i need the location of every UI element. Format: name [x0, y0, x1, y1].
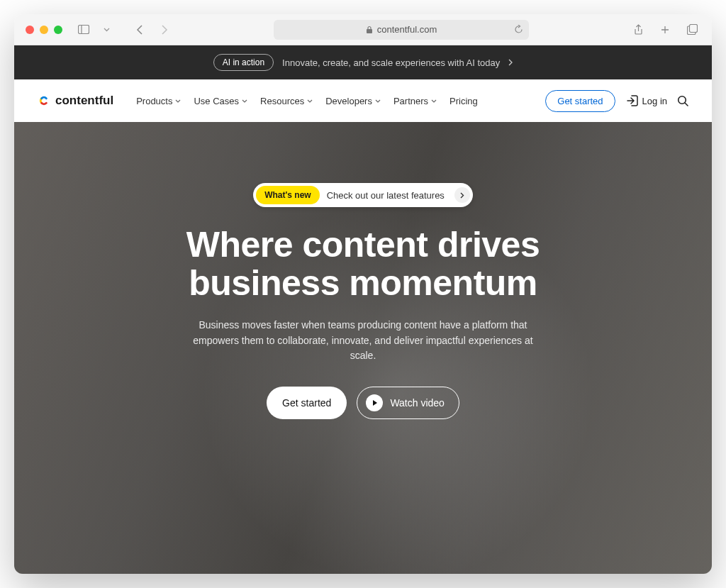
tabs-overview-icon[interactable]: [683, 21, 700, 38]
new-tab-icon[interactable]: [657, 21, 674, 38]
whats-new-text: Check out our latest features: [327, 190, 445, 201]
hero-get-started-button[interactable]: Get started: [267, 387, 347, 419]
log-in-link[interactable]: Log in: [627, 95, 667, 106]
svg-line-5: [685, 103, 688, 106]
whats-new-badge: What's new: [256, 186, 320, 204]
back-button[interactable]: [130, 21, 147, 38]
nav-item-partners[interactable]: Partners: [389, 90, 441, 112]
logo[interactable]: contentful: [37, 94, 113, 108]
address-text: contentful.com: [377, 24, 437, 35]
share-icon[interactable]: [630, 21, 647, 38]
close-window-icon[interactable]: [26, 26, 34, 34]
watch-video-button[interactable]: Watch video: [357, 387, 459, 419]
search-icon[interactable]: [677, 95, 689, 107]
reload-icon[interactable]: [514, 25, 523, 34]
nav-item-resources[interactable]: Resources: [256, 90, 317, 112]
maximize-window-icon[interactable]: [54, 26, 62, 34]
hero-headline: Where content drives business momentum: [186, 226, 540, 302]
chevron-down-icon: [375, 99, 381, 103]
svg-rect-3: [689, 25, 697, 33]
login-icon: [627, 95, 638, 106]
login-label: Log in: [642, 96, 667, 106]
lock-icon: [366, 26, 373, 34]
announcement-badge: AI in action: [213, 54, 274, 71]
minimize-window-icon[interactable]: [40, 26, 48, 34]
announcement-text: Innovate, create, and scale experiences …: [282, 57, 500, 68]
chevron-down-icon: [242, 99, 247, 103]
nav-item-use-cases[interactable]: Use Cases: [189, 90, 252, 112]
svg-rect-2: [367, 29, 372, 33]
logo-text: contentful: [55, 94, 113, 108]
nav-item-label: Products: [136, 96, 172, 106]
chevron-down-icon: [175, 99, 181, 103]
chevron-right-icon: [508, 59, 513, 66]
announcement-bar[interactable]: AI in action Innovate, create, and scale…: [14, 45, 712, 79]
nav-item-label: Developers: [325, 96, 372, 106]
nav-item-products[interactable]: Products: [132, 90, 185, 112]
get-started-button[interactable]: Get started: [545, 90, 615, 112]
chevron-down-icon: [431, 99, 437, 103]
hero-subtext: Business moves faster when teams produci…: [193, 318, 533, 364]
sidebar-toggle-icon[interactable]: [75, 21, 92, 38]
svg-rect-0: [79, 26, 89, 34]
nav-item-developers[interactable]: Developers: [321, 90, 385, 112]
nav-item-pricing[interactable]: Pricing: [445, 90, 482, 112]
chevron-right-icon: [454, 187, 470, 203]
chevron-down-icon: [307, 99, 313, 103]
nav-item-label: Resources: [260, 96, 304, 106]
nav-item-label: Use Cases: [194, 96, 239, 106]
logo-icon: [37, 94, 51, 108]
address-bar[interactable]: contentful.com: [274, 20, 529, 40]
nav-item-label: Pricing: [449, 96, 478, 106]
nav-item-label: Partners: [393, 96, 428, 106]
play-icon: [366, 394, 383, 411]
whats-new-pill[interactable]: What's new Check out our latest features: [253, 183, 473, 207]
main-nav: contentful ProductsUse CasesResourcesDev…: [14, 79, 712, 122]
window-controls: [26, 26, 62, 34]
watch-video-label: Watch video: [390, 397, 445, 409]
hero-section: What's new Check out our latest features…: [14, 122, 712, 574]
browser-chrome: contentful.com: [14, 14, 712, 45]
forward-button[interactable]: [156, 21, 173, 38]
chevron-down-icon[interactable]: [98, 21, 115, 38]
